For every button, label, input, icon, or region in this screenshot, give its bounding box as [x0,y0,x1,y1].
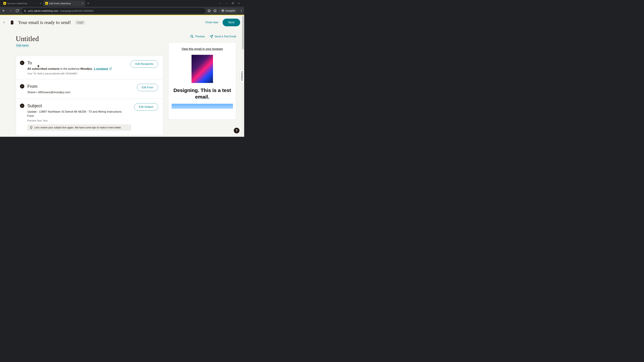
feedback-tab[interactable]: Feedback [240,69,244,83]
minimize-icon[interactable] [226,2,228,4]
incognito-badge[interactable]: Incognito [219,8,237,13]
tip-text: Let's review your subject line again. We… [34,126,122,129]
mailchimp-favicon: m [3,2,6,5]
mailchimp-logo-icon[interactable] [8,19,16,26]
page-title: Your email is ready to send! [18,20,71,25]
page: Your email is ready to send! Draft Finis… [0,15,244,137]
kebab-icon[interactable] [240,9,243,12]
subject-preview-text: Preview Text: Test [27,119,131,122]
lock-icon [24,9,26,12]
from-name: Shane [27,91,36,94]
back-button[interactable] [1,8,6,13]
lightbulb-icon [30,126,33,129]
send-button[interactable]: Send [222,18,240,26]
svg-rect-2 [232,3,233,4]
tab-title: Success | Mailchimp [8,2,27,5]
check-icon: ✓ [20,104,24,108]
svg-marker-8 [208,9,211,12]
tab-title: Edit Email | Mailchimp [49,2,71,5]
subject-tip: Let's review your subject line again. We… [27,124,131,131]
maximize-icon[interactable] [232,2,234,4]
from-email: d901eace@moodjoy.com [38,91,70,94]
edit-from-button[interactable]: Edit From [137,84,158,91]
card-to: ✓ To All subscribed contacts in the audi… [16,56,163,79]
card-title: From [27,84,134,89]
send-test-link[interactable]: Send a Test Email [210,35,236,38]
incognito-icon [221,9,224,12]
svg-rect-9 [214,10,216,12]
tab-success[interactable]: m Success | Mailchimp × [1,0,43,6]
address-bar[interactable]: us21.admin.mailchimp.com/campaigns/edit?… [22,8,206,13]
panel-icon[interactable] [214,9,216,12]
preview-label: Preview [195,35,205,38]
chevron-down-icon[interactable] [219,2,221,4]
campaign-name: Untitled [16,35,163,43]
edit-subject-button[interactable]: Edit Subject [134,103,158,111]
scrollbar-thumb[interactable] [242,16,244,49]
svg-rect-1 [232,2,234,4]
recipient-link[interactable]: 1 recipient [94,67,108,70]
svg-rect-7 [24,10,26,11]
finish-later-link[interactable]: Finish later [205,21,218,24]
svg-point-17 [191,35,193,37]
page-header: Your email is ready to send! Draft Finis… [0,15,244,30]
send-test-label: Send a Test Email [214,35,236,38]
help-button[interactable]: ? [234,128,240,133]
new-tab-button[interactable]: + [85,1,91,5]
to-strong1: All subscribed contacts [27,67,60,70]
close-icon[interactable]: × [40,2,41,5]
card-to-desc: All subscribed contacts in the audience … [27,67,128,71]
incognito-label: Incognito [226,9,235,12]
to-subtext: Your 'To' field is personalized with *|F… [27,72,128,75]
from-sep: • [36,91,38,94]
card-subject: ✓ Subject Update - 13997 Northlawn St De… [16,99,163,135]
preview-image [192,55,213,83]
preview-heading: Designing. This is a test email. [172,87,233,100]
edit-name-link[interactable]: Edit name [16,44,29,47]
close-icon[interactable]: × [82,2,83,5]
view-in-browser-link[interactable]: View this email in your browser [172,47,233,51]
url-actions: Incognito [208,8,243,13]
url-bar-row: us21.admin.mailchimp.com/campaigns/edit?… [0,7,244,15]
tab-edit-email[interactable]: m Edit Email | Mailchimp × [43,0,85,6]
edit-recipients-button[interactable]: Edit Recipients [130,60,158,68]
card-from: ✓ From Shane • d901eace@moodjoy.com Edit… [16,79,163,99]
to-mid: in the audience [60,67,80,70]
svg-point-11 [241,9,242,10]
url-path: /campaigns/edit?id=12665692 [60,9,94,12]
forward-button[interactable] [8,8,13,13]
browser-chrome: m Success | Mailchimp × m Edit Email | M… [0,0,244,15]
preview-actions: Preview Send a Test Email [168,35,236,38]
send-icon [210,35,213,38]
bookmark-icon[interactable] [208,9,211,12]
external-link-icon [109,67,112,70]
card-from-desc: Shane • d901eace@moodjoy.com [27,90,134,94]
url-host: us21.admin.mailchimp.com [28,9,58,12]
close-window-icon[interactable] [238,2,240,4]
preview-link[interactable]: Preview [190,35,205,38]
svg-point-13 [241,11,242,12]
card-title: To [27,60,128,65]
to-strong2: Moodjoy [80,67,92,70]
status-badge: Draft [75,20,85,25]
card-title: Subject [27,103,131,108]
check-icon: ✓ [20,61,24,65]
search-icon [190,35,194,38]
back-chevron-icon[interactable] [2,20,6,24]
svg-line-18 [192,37,194,38]
window-controls [219,2,243,4]
email-preview-pane[interactable]: View this email in your browser Designin… [168,42,236,119]
mailchimp-favicon: m [45,2,48,5]
preview-image-2 [172,104,233,109]
to-period: . [92,67,94,70]
tab-bar: m Success | Mailchimp × m Edit Email | M… [0,0,244,7]
svg-point-12 [241,10,242,11]
check-icon: ✓ [20,84,24,88]
subject-text: Update - 13997 Northlawn St Detroit MI 4… [27,110,126,118]
setup-cards: ✓ To All subscribed contacts in the audi… [16,56,163,135]
reload-button[interactable] [15,8,20,13]
